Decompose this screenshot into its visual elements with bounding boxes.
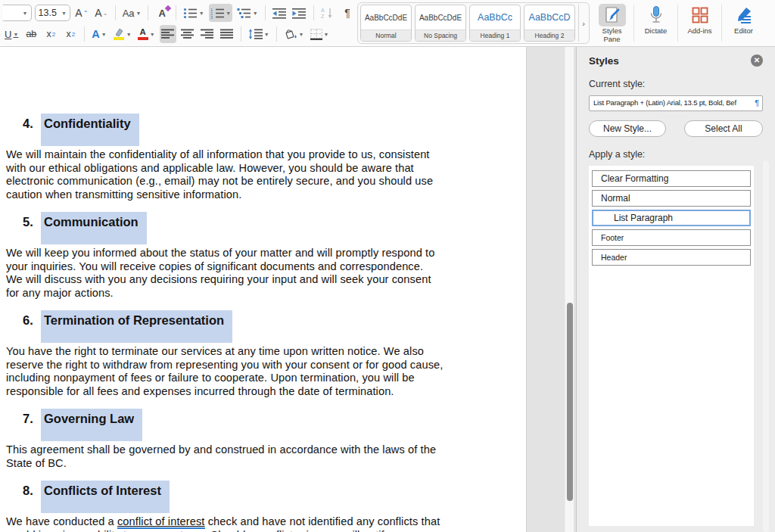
line-spacing-icon — [248, 29, 263, 39]
divider — [148, 5, 148, 20]
style-chip-heading2[interactable]: AaBbCcD Heading 2 — [524, 5, 575, 42]
style-label: Normal — [361, 30, 411, 41]
svg-text:Z: Z — [321, 14, 325, 19]
decrease-indent-button[interactable] — [271, 4, 288, 22]
editor-pen-icon — [735, 6, 753, 24]
text-effects-button[interactable]: A▼ — [90, 25, 107, 43]
style-option-list-paragraph[interactable]: List Paragraph — [592, 210, 751, 226]
strikethrough-button[interactable]: ab — [23, 25, 39, 43]
sort-button[interactable]: AZ — [319, 4, 336, 22]
subscript-icon: x — [46, 29, 51, 39]
ribbon-row-1: ▼ 13.5▼ A⌃ A⌄ Aa▼ A ▼ 123 ▼ ▼ — [2, 2, 356, 23]
bullet-list-icon — [183, 8, 198, 19]
dictate-label: Dictate — [645, 27, 668, 36]
align-center-button[interactable] — [179, 25, 196, 43]
current-style-box[interactable]: List Paragraph + (Latin) Arial, 13.5 pt,… — [589, 95, 763, 111]
select-all-button[interactable]: Select All — [684, 120, 763, 137]
multilevel-list-button[interactable]: ▼ — [235, 4, 259, 22]
style-option-normal[interactable]: Normal — [592, 190, 751, 207]
font-name-combo[interactable]: ▼ — [3, 5, 32, 21]
increase-indent-icon — [292, 8, 307, 19]
styles-pane-label: Styles Pane — [597, 27, 627, 43]
text-highlight-button[interactable]: ▼ — [111, 25, 133, 43]
section-number: 4. — [23, 114, 41, 131]
divider — [241, 26, 241, 42]
font-color-icon: A — [138, 28, 148, 40]
style-option-clear-formatting[interactable]: Clear Formatting — [592, 170, 751, 187]
document-area: 4. Confidentiality We will maintain the … — [0, 47, 576, 532]
show-paragraph-marks-button[interactable]: ¶ — [339, 4, 356, 22]
pilcrow-icon: ¶ — [755, 98, 759, 107]
align-center-icon — [181, 29, 194, 39]
clear-formatting-button[interactable]: A — [154, 4, 170, 22]
style-option-label: List Paragraph — [614, 213, 673, 223]
style-option-label: Header — [601, 253, 627, 262]
addins-grid-icon — [692, 7, 708, 23]
increase-indent-button[interactable] — [291, 4, 308, 22]
borders-icon — [310, 29, 322, 40]
chevron-down-icon: ▼ — [126, 32, 132, 37]
bullet-list-button[interactable]: ▼ — [182, 4, 205, 22]
strikethrough-icon: ab — [26, 29, 36, 39]
section-title-highlighted: Conflicts of Interest — [41, 481, 170, 513]
font-color-button[interactable]: A ▼ — [136, 25, 157, 43]
document-page[interactable]: 4. Confidentiality We will maintain the … — [0, 47, 526, 532]
style-sample: AaBbCcD — [524, 5, 574, 30]
align-right-button[interactable] — [199, 25, 216, 43]
shading-button[interactable]: ▼ — [282, 25, 306, 43]
chevron-down-icon: ▼ — [299, 32, 304, 37]
section-heading: 7. Governing Law — [6, 409, 496, 441]
paragraph-text: We have conducted a — [6, 515, 117, 527]
style-option-footer[interactable]: Footer — [592, 229, 751, 246]
style-chip-no-spacing[interactable]: AaBbCcDdE No Spacing — [415, 5, 466, 42]
divider — [176, 5, 176, 20]
change-case-button[interactable]: Aa▼ — [121, 4, 142, 22]
justify-icon — [220, 29, 233, 39]
section-number: 8. — [23, 481, 41, 498]
style-chip-heading1[interactable]: AaBbCc Heading 1 — [469, 5, 521, 42]
editor-button[interactable]: Editor — [723, 2, 764, 45]
styles-panel-title: Styles — [589, 55, 619, 67]
dictate-button[interactable]: Dictate — [635, 2, 677, 45]
chevron-down-icon: ▼ — [136, 11, 142, 16]
chevron-right-icon: › — [582, 19, 585, 28]
new-style-button[interactable]: New Style... — [589, 120, 666, 137]
close-icon[interactable]: ✕ — [751, 54, 763, 67]
line-spacing-button[interactable]: ▼ — [247, 25, 271, 43]
gallery-expand-button[interactable]: › — [578, 5, 588, 42]
section-heading: 4. Confidentiality — [6, 114, 496, 146]
section-paragraph: We will maintain the confidentiality of … — [6, 148, 474, 201]
section-title-highlighted: Governing Law — [41, 409, 142, 441]
addins-button[interactable]: Add-ins — [679, 2, 721, 45]
borders-button[interactable]: ▼ — [309, 25, 331, 43]
font-size-combo[interactable]: 13.5▼ — [35, 5, 70, 21]
style-label: Heading 1 — [470, 30, 520, 41]
chevron-down-icon: ▼ — [101, 32, 107, 37]
numbered-list-button[interactable]: 123 ▼ — [209, 4, 232, 22]
style-option-label: Footer — [601, 233, 624, 242]
styles-panel: Styles ✕ Current style: List Paragraph +… — [576, 47, 775, 532]
document-scrollbar[interactable] — [565, 47, 574, 532]
superscript-button[interactable]: x2 — [62, 25, 79, 43]
section-paragraph: We have conducted a conflict of interest… — [6, 515, 474, 532]
styles-pane-button[interactable]: Styles Pane — [591, 2, 633, 45]
subscript-button[interactable]: x2 — [42, 25, 59, 43]
addins-label: Add-ins — [687, 27, 711, 36]
shrink-font-icon: A — [95, 7, 101, 19]
underline-button[interactable]: U▼ — [3, 25, 20, 43]
shrink-font-button[interactable]: A⌄ — [93, 4, 110, 22]
decrease-indent-icon — [272, 8, 287, 19]
grow-font-button[interactable]: A⌃ — [73, 4, 90, 22]
superscript-icon: x — [66, 29, 70, 39]
section-heading: 8. Conflicts of Interest — [6, 481, 496, 513]
paint-bucket-icon — [284, 29, 297, 40]
style-option-header[interactable]: Header — [592, 249, 751, 266]
section-paragraph: You have the right to terminate our serv… — [6, 345, 474, 398]
style-chip-normal[interactable]: AaBbCcDdE Normal — [360, 5, 412, 42]
align-left-button[interactable] — [160, 25, 176, 43]
microphone-icon — [647, 5, 665, 25]
panel-scrollbar-track[interactable] — [763, 160, 769, 532]
chevron-down-icon: ▼ — [61, 11, 67, 16]
scrollbar-thumb[interactable] — [567, 303, 573, 501]
justify-button[interactable] — [219, 25, 235, 43]
